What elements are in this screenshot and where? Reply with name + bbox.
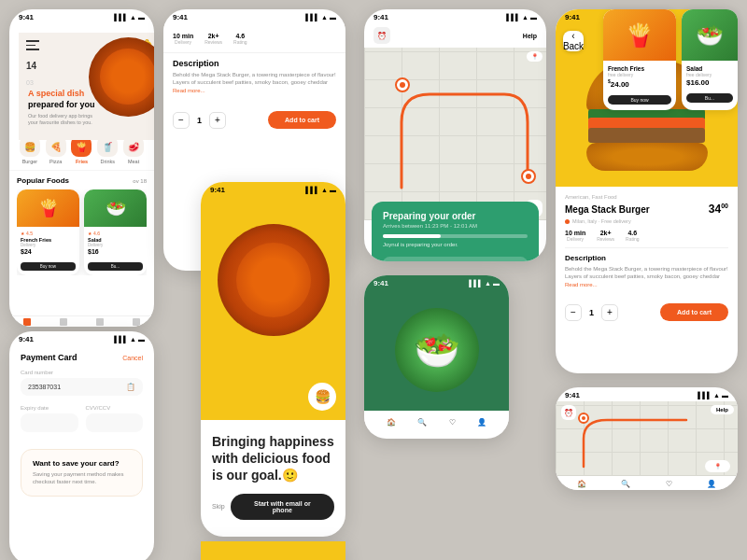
- home-icon-6[interactable]: 🏠: [387, 418, 396, 427]
- burger-qty-minus[interactable]: −: [565, 304, 582, 321]
- read-more-link-2[interactable]: Read more...: [173, 88, 205, 93]
- order-progress-fill: [383, 234, 441, 238]
- salad-image: 🥗: [682, 9, 738, 61]
- burger-add-cart-btn[interactable]: Add to cart: [660, 303, 728, 321]
- search-icon-6[interactable]: 🔍: [417, 418, 427, 427]
- save-card-section: Want to save your card? Saving your paym…: [21, 449, 143, 497]
- category-pizza[interactable]: 🍕 Pizza: [46, 136, 66, 164]
- status-bar-6: 9:41 ▌▌▌ ▲ ▬: [364, 275, 509, 289]
- expiry-input[interactable]: [21, 413, 78, 432]
- save-card-title: Want to save your card?: [33, 459, 131, 468]
- category-burger[interactable]: 🍔 Burger: [20, 136, 40, 164]
- slide-03: 03: [26, 79, 34, 86]
- profile-nav-icon[interactable]: [133, 318, 140, 326]
- slide-number: 14: [26, 61, 36, 71]
- search-nav-icon[interactable]: [60, 318, 67, 326]
- mini-location-pin[interactable]: 📍: [705, 460, 730, 472]
- order-status-card: Preparing your order Arrives between 11:…: [372, 202, 539, 261]
- rating-meta: 4.6 Rating: [233, 33, 247, 45]
- product-header: 10 min Delivery 2k+ Reviews 4.6 Rating: [163, 23, 345, 53]
- view-details-button[interactable]: View all details ∨: [383, 257, 528, 261]
- salad-card[interactable]: 🥗 Salad free delivery $16.00 Bu...: [682, 9, 738, 110]
- burger-delivery-meta: 10 min Delivery: [565, 230, 585, 242]
- mini-heart-icon[interactable]: ♡: [666, 480, 672, 488]
- food-card-salad[interactable]: 🥗 ★ 4.6 Salad Delivery $16 Bu...: [84, 189, 147, 275]
- qty-value-2: 1: [197, 116, 202, 125]
- status-bar-4: 9:41 ▌▌▌ ▲ ▬: [364, 9, 546, 23]
- status-bar-5: 9:41 ▌▌▌ ▲ ▬: [9, 331, 154, 345]
- salad-buy-button[interactable]: Bu...: [686, 93, 733, 103]
- location-dot: [565, 219, 570, 224]
- history-icon[interactable]: ⏰: [374, 27, 390, 44]
- map-location-icon[interactable]: 📍: [527, 51, 543, 62]
- origin-pin: [395, 77, 410, 92]
- order-title: Preparing your order: [383, 211, 528, 221]
- card-number-field: Card number 235387031 📋: [21, 370, 143, 396]
- card-input-icon: 📋: [126, 383, 135, 391]
- desc-title-2: Description: [173, 59, 336, 68]
- hero-pizza-image: [89, 37, 154, 117]
- qty-plus-2[interactable]: +: [209, 112, 226, 129]
- order-status-text: Joynul is preparing your order.: [383, 242, 528, 247]
- burger-info-section: American, Fast Food Mega Stack Burger 34…: [556, 187, 738, 332]
- pizza-hero-image: [218, 224, 330, 336]
- burger-qty-row: − 1 + Add to cart: [565, 298, 728, 327]
- cvv-input[interactable]: [86, 413, 144, 432]
- battery-icon: ▬: [138, 14, 145, 21]
- mini-search-icon[interactable]: 🔍: [621, 480, 630, 488]
- read-more-link-7[interactable]: Read more...: [565, 282, 598, 287]
- qty-minus-2[interactable]: −: [173, 112, 190, 129]
- time-3: 9:41: [210, 186, 225, 194]
- food-card-salad-info: ★ 4.6 Salad Delivery $16 Bu...: [84, 227, 147, 275]
- popular-count: ov 18: [133, 178, 147, 184]
- battery-icon-2: ▬: [330, 14, 336, 21]
- start-button[interactable]: Start with email or phone: [231, 494, 334, 520]
- category-drinks[interactable]: 🥤 Drinks: [97, 136, 118, 164]
- time-4: 9:41: [374, 13, 388, 21]
- salad-buy-btn[interactable]: Bu...: [88, 262, 143, 271]
- burger-desc-section: Description Behold the Mega Stack Burger…: [565, 248, 728, 294]
- mini-history-icon[interactable]: ⏰: [561, 405, 576, 420]
- food-card-fries-info: ★ 4.5 French Fries Delivery $24 Buy now: [17, 227, 79, 275]
- burger-qty-plus[interactable]: +: [601, 304, 618, 321]
- mini-map-area: Help ⏰ 📍: [556, 401, 738, 476]
- french-fries-card[interactable]: 🍟 French Fries free delivery $24.00 Buy …: [603, 9, 676, 110]
- salad-hero: [364, 289, 509, 411]
- reviews-meta: 2k+ Reviews: [204, 33, 222, 45]
- bottom-nav-1: [9, 315, 154, 327]
- card-number-input[interactable]: 235387031 📋: [21, 378, 143, 396]
- time-5: 9:41: [19, 335, 34, 343]
- food-card-fries[interactable]: 🍟 ★ 4.5 French Fries Delivery $24 Buy no…: [17, 189, 79, 275]
- wifi-icon: ▲: [130, 14, 136, 21]
- status-bar-1: 9:41 ▌▌▌ ▲ ▬: [9, 9, 154, 23]
- heart-icon-6[interactable]: ♡: [449, 418, 456, 427]
- category-fries[interactable]: 🍟 Fries: [71, 136, 92, 164]
- mini-home-icon[interactable]: 🏠: [577, 480, 586, 488]
- menu-icon[interactable]: [26, 40, 39, 50]
- mini-profile-icon[interactable]: 👤: [707, 480, 716, 488]
- popular-section: Popular Foods ov 18 🍟 ★ 4.5 French Fries…: [9, 171, 154, 281]
- fries-buy-button[interactable]: Buy now: [608, 95, 671, 105]
- burger-price: 3400: [709, 203, 728, 216]
- payment-title: Payment Card: [21, 353, 78, 362]
- desc-text-2: Behold the Mega Stack Burger, a towering…: [173, 71, 336, 94]
- category-meat[interactable]: 🥩 Meat: [123, 136, 144, 164]
- delivery-meta: 10 min Delivery: [173, 33, 193, 45]
- add-to-cart-btn-2[interactable]: Add to cart: [268, 111, 336, 129]
- home-nav-icon[interactable]: [23, 318, 31, 326]
- cancel-button[interactable]: Cancel: [122, 355, 143, 361]
- order-map-screen: 9:41 ▌▌▌ ▲ ▬ ⏰ Help 📍 ⊕ Preparing your o…: [364, 9, 546, 261]
- food-teaser-image: 🚶🍔: [201, 541, 345, 560]
- heart-nav-icon[interactable]: [96, 318, 104, 326]
- burger-reviews-meta: 2k+ Reviews: [597, 230, 614, 242]
- card-number-label: Card number: [21, 370, 143, 375]
- hero-highlight: A special dish: [28, 89, 84, 98]
- map-route-svg: [364, 48, 546, 220]
- profile-icon-6[interactable]: 👤: [477, 418, 486, 427]
- back-button[interactable]: ‹ Back: [563, 31, 584, 51]
- fries-buy-btn[interactable]: Buy now: [21, 262, 76, 271]
- cvv-label: CVV/CCV: [86, 405, 144, 411]
- skip-button[interactable]: Skip: [212, 503, 225, 510]
- help-text[interactable]: Help: [523, 33, 537, 39]
- destination-pin: [521, 169, 536, 184]
